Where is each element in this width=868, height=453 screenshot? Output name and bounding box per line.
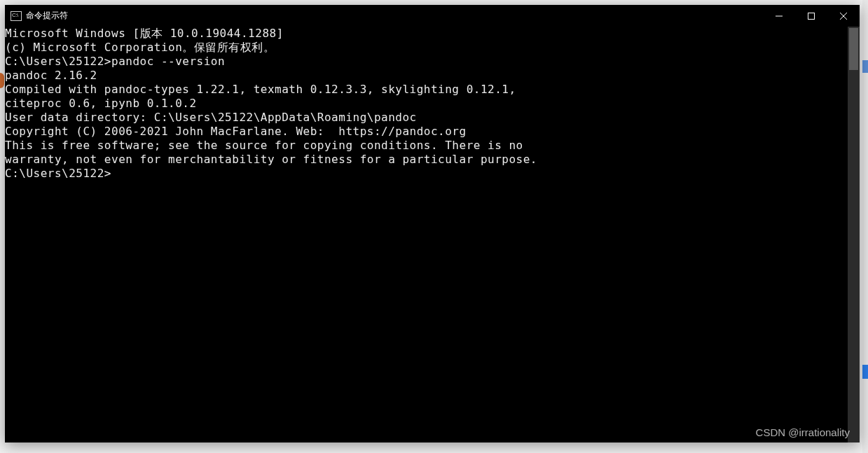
command-prompt-window: C:\ 命令提示符 Microsoft Windows [版本 10.0.190… [5,5,860,442]
terminal-line: Copyright (C) 2006-2021 John MacFarlane.… [5,125,848,139]
close-button[interactable] [827,5,860,27]
cmd-icon: C:\ [11,11,22,21]
terminal-line: warranty, not even for merchantability o… [5,153,848,167]
titlebar[interactable]: C:\ 命令提示符 [5,5,860,27]
desktop: C:\ 命令提示符 Microsoft Windows [版本 10.0.190… [0,0,868,453]
terminal-line: citeproc 0.6, ipynb 0.1.0.2 [5,97,848,111]
maximize-button[interactable] [795,5,827,27]
minimize-button[interactable] [763,5,795,27]
window-title: 命令提示符 [26,10,68,22]
terminal-line: (c) Microsoft Corporation。保留所有权利。 [5,41,848,55]
terminal-line: Microsoft Windows [版本 10.0.19044.1288] [5,27,848,41]
background-accent [862,365,868,379]
terminal-body[interactable]: Microsoft Windows [版本 10.0.19044.1288](c… [5,27,860,442]
watermark-text: CSDN @irrationality [756,426,850,440]
terminal-line: C:\Users\25122> [5,167,848,181]
close-icon [840,13,847,20]
background-accent [862,60,868,73]
terminal-line: Compiled with pandoc-types 1.22.1, texma… [5,83,848,97]
terminal-line: pandoc 2.16.2 [5,69,848,83]
terminal-line: This is free software; see the source fo… [5,139,848,153]
terminal-line: User data directory: C:\Users\25122\AppD… [5,111,848,125]
svg-rect-1 [808,13,815,19]
background-accent [0,73,4,88]
terminal-line: C:\Users\25122>pandoc --version [5,55,848,69]
scrollbar-thumb[interactable] [849,28,858,70]
minimize-icon [776,13,783,20]
maximize-icon [808,13,815,20]
cursor [111,167,118,180]
scrollbar-vertical[interactable] [848,27,860,442]
